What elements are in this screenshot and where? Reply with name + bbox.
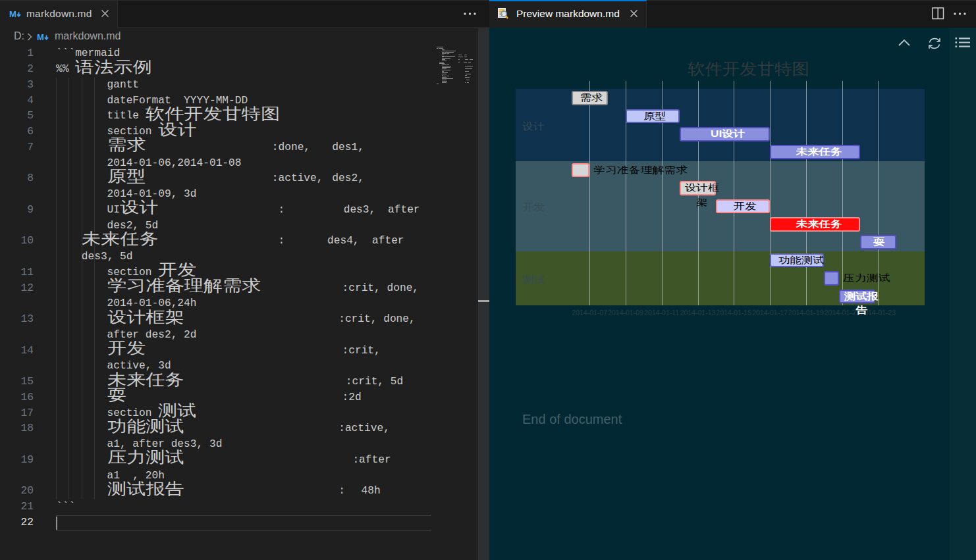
svg-text:M: M (9, 9, 16, 19)
svg-text:M: M (37, 32, 44, 42)
